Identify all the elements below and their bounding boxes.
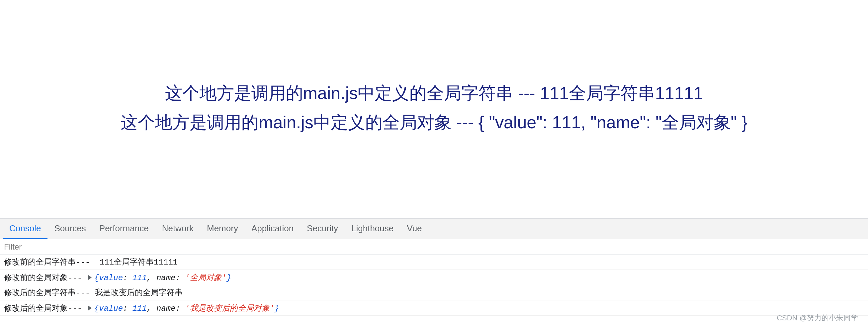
tab-console[interactable]: Console	[3, 219, 48, 239]
tab-performance[interactable]: Performance	[93, 219, 155, 239]
console-line-1-text: 修改前的全局字符串--- 111全局字符串11111	[4, 257, 178, 267]
main-content: 这个地方是调用的main.js中定义的全局字符串 --- 111全局字符串111…	[0, 0, 868, 218]
tab-memory[interactable]: Memory	[200, 219, 245, 239]
tab-sources[interactable]: Sources	[48, 219, 92, 239]
console-line-4[interactable]: 修改后的全局对象--- {value: 111, name: '我是改变后的全局…	[0, 300, 868, 316]
expand-triangle-icon	[88, 275, 92, 280]
tab-application[interactable]: Application	[245, 219, 300, 239]
console-line-4-content: {value: 111, name: '我是改变后的全局对象'}	[94, 303, 279, 314]
tab-lighthouse[interactable]: Lighthouse	[345, 219, 400, 239]
console-line-1: 修改前的全局字符串--- 111全局字符串11111	[0, 255, 868, 270]
expand-triangle-2-icon	[88, 306, 92, 310]
filter-bar	[0, 239, 868, 255]
console-line-3: 修改后的全局字符串--- 我是改变后的全局字符串	[0, 285, 868, 300]
tab-security[interactable]: Security	[300, 219, 345, 239]
page-text-line-1: 这个地方是调用的main.js中定义的全局字符串 --- 111全局字符串111…	[165, 80, 703, 106]
watermark: CSDN @努力的小朱同学	[777, 313, 858, 323]
filter-input[interactable]	[4, 242, 864, 251]
console-line-2[interactable]: 修改前的全局对象--- {value: 111, name: '全局对象'}	[0, 270, 868, 285]
console-line-3-text: 修改后的全局字符串--- 我是改变后的全局字符串	[4, 287, 183, 298]
console-line-4-prefix: 修改后的全局对象---	[4, 303, 87, 314]
devtools-panel: Console Sources Performance Network Memo…	[0, 218, 868, 327]
console-output: 修改前的全局字符串--- 111全局字符串11111 修改前的全局对象--- {…	[0, 255, 868, 327]
page-text-line-2: 这个地方是调用的main.js中定义的全局对象 --- { "value": 1…	[121, 109, 747, 135]
console-line-2-prefix: 修改前的全局对象---	[4, 272, 87, 283]
tab-network[interactable]: Network	[155, 219, 200, 239]
tab-vue[interactable]: Vue	[400, 219, 428, 239]
console-line-2-content: {value: 111, name: '全局对象'}	[94, 272, 231, 283]
devtools-tab-bar: Console Sources Performance Network Memo…	[0, 219, 868, 239]
